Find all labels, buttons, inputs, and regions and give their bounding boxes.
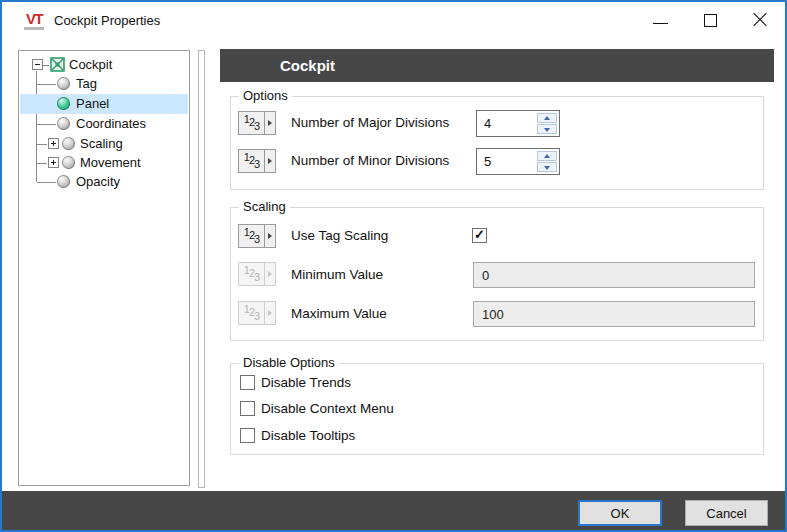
numeric-123-icon: 123 bbox=[239, 150, 264, 172]
disable-trends-checkbox[interactable] bbox=[240, 375, 255, 390]
titlebar: VT Cockpit Properties bbox=[2, 2, 785, 38]
use-tag-scaling-label: Use Tag Scaling bbox=[291, 226, 388, 246]
minor-divisions-input[interactable] bbox=[477, 149, 535, 174]
tree-item-cockpit[interactable]: Cockpit bbox=[20, 55, 188, 75]
dropdown-arrow-icon bbox=[264, 150, 275, 172]
spin-up-button[interactable] bbox=[537, 151, 557, 161]
dialog-body: Cockpit Tag Panel Coordinates Scali bbox=[2, 38, 785, 491]
dropdown-arrow-icon bbox=[264, 263, 275, 285]
node-sphere-icon bbox=[57, 175, 70, 188]
node-sphere-icon bbox=[62, 156, 75, 169]
disable-tooltips-checkbox[interactable] bbox=[240, 428, 255, 443]
tree-item-movement[interactable]: Movement bbox=[20, 153, 188, 173]
numeric-123-icon: 123 bbox=[239, 263, 264, 285]
check-icon: ✓ bbox=[474, 227, 485, 242]
cancel-button[interactable]: Cancel bbox=[685, 500, 768, 526]
numeric-mode-button-disabled: 123 bbox=[238, 301, 276, 325]
section-header: Cockpit bbox=[220, 49, 774, 82]
tree-item-label: Cockpit bbox=[69, 57, 112, 72]
dropdown-arrow-icon bbox=[264, 225, 275, 247]
use-tag-scaling-checkbox[interactable]: ✓ bbox=[472, 228, 487, 243]
section-title: Cockpit bbox=[280, 57, 335, 74]
collapse-expander-icon[interactable] bbox=[32, 59, 43, 70]
spin-up-button[interactable] bbox=[537, 113, 557, 123]
node-sphere-icon bbox=[62, 137, 75, 150]
minimize-icon bbox=[653, 23, 668, 24]
close-button[interactable] bbox=[735, 2, 785, 38]
expand-expander-icon[interactable] bbox=[48, 157, 59, 168]
minor-divisions-label: Number of Minor Divisions bbox=[291, 151, 449, 171]
maximize-button[interactable] bbox=[685, 2, 735, 38]
tree-item-opacity[interactable]: Opacity bbox=[20, 172, 188, 192]
tree-item-label: Tag bbox=[76, 76, 97, 91]
tree-item-scaling[interactable]: Scaling bbox=[20, 134, 188, 154]
tree-item-label: Coordinates bbox=[76, 116, 146, 131]
tree-item-label: Opacity bbox=[76, 174, 120, 189]
panel-splitter[interactable] bbox=[198, 50, 205, 488]
cockpit-properties-dialog: VT Cockpit Properties bbox=[0, 0, 787, 532]
numeric-123-icon: 123 bbox=[239, 225, 264, 247]
scaling-group-label: Scaling bbox=[239, 199, 290, 214]
scaling-group: Scaling 123 Use Tag Scaling ✓ 123 Minimu… bbox=[230, 207, 764, 341]
numeric-mode-button[interactable]: 123 bbox=[238, 224, 276, 248]
ok-button[interactable]: OK bbox=[578, 500, 662, 526]
maximum-value-label: Maximum Value bbox=[291, 304, 387, 324]
disable-context-menu-checkbox[interactable] bbox=[240, 401, 255, 416]
numeric-123-icon: 123 bbox=[239, 302, 264, 324]
dropdown-arrow-icon bbox=[264, 112, 275, 134]
major-divisions-label: Number of Major Divisions bbox=[291, 113, 449, 133]
close-icon bbox=[752, 12, 768, 28]
major-divisions-input[interactable] bbox=[477, 111, 535, 136]
tree-item-panel[interactable]: Panel bbox=[20, 94, 188, 114]
minimum-value-label: Minimum Value bbox=[291, 265, 383, 285]
node-sphere-icon bbox=[57, 117, 70, 130]
tree-item-tag[interactable]: Tag bbox=[20, 74, 188, 94]
node-sphere-icon-selected bbox=[57, 97, 70, 110]
numeric-mode-button-disabled: 123 bbox=[238, 262, 276, 286]
minimum-value-input bbox=[474, 263, 754, 287]
maximum-value-field bbox=[473, 301, 755, 327]
maximum-value-input bbox=[474, 302, 754, 326]
tree-item-label: Scaling bbox=[80, 136, 123, 151]
dropdown-arrow-icon bbox=[264, 302, 275, 324]
maximize-icon bbox=[704, 14, 717, 27]
numeric-mode-button[interactable]: 123 bbox=[238, 149, 276, 173]
disable-trends-label: Disable Trends bbox=[261, 373, 351, 393]
numeric-mode-button[interactable]: 123 bbox=[238, 111, 276, 135]
cockpit-node-icon bbox=[50, 57, 65, 72]
options-group: Options 123 Number of Major Divisions 12… bbox=[230, 96, 764, 190]
tree-item-label: Panel bbox=[76, 96, 109, 111]
spin-down-button[interactable] bbox=[537, 124, 557, 134]
minimize-button[interactable] bbox=[635, 2, 685, 38]
caption-buttons bbox=[635, 2, 785, 38]
expand-expander-icon[interactable] bbox=[48, 138, 59, 149]
vt-logo-icon: VT bbox=[24, 11, 44, 30]
disable-context-menu-label: Disable Context Menu bbox=[261, 399, 394, 419]
footer-bar: OK Cancel bbox=[2, 491, 785, 530]
minimum-value-field bbox=[473, 262, 755, 288]
major-divisions-spinner bbox=[476, 110, 560, 137]
options-group-label: Options bbox=[239, 88, 292, 103]
disable-options-group-label: Disable Options bbox=[239, 355, 339, 370]
tree-item-label: Movement bbox=[80, 155, 141, 170]
spin-down-button[interactable] bbox=[537, 162, 557, 172]
property-tree: Cockpit Tag Panel Coordinates Scali bbox=[18, 50, 190, 486]
node-sphere-icon bbox=[57, 77, 70, 90]
numeric-123-icon: 123 bbox=[239, 112, 264, 134]
minor-divisions-spinner bbox=[476, 148, 560, 175]
disable-options-group: Disable Options Disable Trends Disable C… bbox=[230, 363, 764, 455]
tree-item-coordinates[interactable]: Coordinates bbox=[20, 114, 188, 134]
window-title: Cockpit Properties bbox=[54, 13, 160, 28]
disable-tooltips-label: Disable Tooltips bbox=[261, 426, 355, 446]
